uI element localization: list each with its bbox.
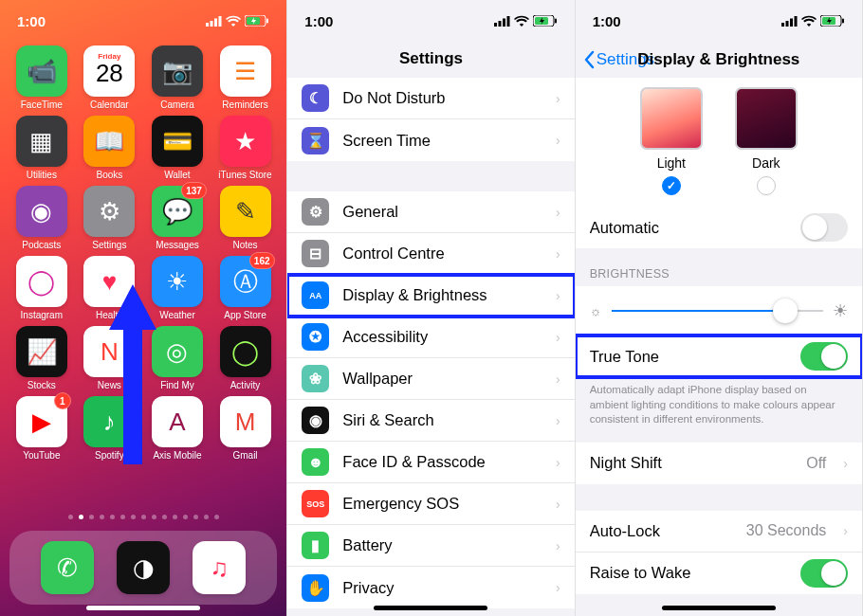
dock-app-music[interactable]: ♫	[193, 541, 246, 594]
app-stocks[interactable]: 📈Stocks	[9, 326, 74, 390]
settings-row-accessibility[interactable]: ✪Accessibility›	[287, 317, 574, 358]
app-label: Reminders	[222, 100, 267, 110]
app-camera[interactable]: 📷Camera	[145, 45, 210, 110]
app-axis-mobile[interactable]: AAxis Mobile	[145, 396, 210, 461]
row-night-shift[interactable]: Night ShiftOff›	[576, 443, 862, 484]
settings-row-screen-time[interactable]: ⌛Screen Time›	[287, 119, 574, 161]
app-news[interactable]: NNews	[78, 326, 142, 390]
app-podcasts[interactable]: ◉Podcasts	[9, 186, 74, 250]
theme-light[interactable]: Light	[640, 87, 703, 195]
page-dot[interactable]	[79, 515, 83, 519]
app-label: Stocks	[28, 380, 56, 390]
sun-low-icon: ☼	[590, 303, 602, 318]
radio-light[interactable]	[662, 176, 681, 195]
svg-rect-17	[794, 16, 797, 27]
app-weather[interactable]: ☀Weather	[145, 256, 210, 320]
app-find-my[interactable]: ◎Find My	[145, 326, 210, 390]
app-wallet[interactable]: 💳Wallet	[145, 116, 210, 180]
app-label: Calendar	[90, 100, 129, 110]
page-dot[interactable]	[162, 515, 167, 519]
settings-row-face-id-passcode[interactable]: ☻Face ID & Passcode›	[287, 442, 574, 483]
page-dot[interactable]	[141, 515, 146, 519]
toggle[interactable]	[800, 559, 848, 588]
app-activity[interactable]: ◯Activity	[213, 326, 278, 390]
app-reminders[interactable]: ☰Reminders	[213, 45, 278, 110]
theme-dark[interactable]: Dark	[735, 87, 798, 195]
row-label: Do Not Disturb	[342, 89, 542, 107]
app-utilities[interactable]: ▦Utilities	[9, 116, 74, 180]
slider-thumb[interactable]	[773, 299, 798, 323]
battery-icon	[245, 15, 269, 27]
settings-row-do-not-disturb[interactable]: ☾Do Not Disturb›	[287, 78, 574, 119]
app-itunes-store[interactable]: ★iTunes Store	[213, 116, 278, 180]
app-label: Activity	[230, 380, 261, 390]
page-dot[interactable]	[100, 515, 104, 519]
page-dot[interactable]	[214, 515, 219, 519]
svg-rect-7	[494, 23, 497, 27]
app-instagram[interactable]: ◯Instagram	[9, 256, 74, 320]
app-icon: ⚙	[83, 186, 135, 237]
settings-row-display-brightness[interactable]: AADisplay & Brightness›	[287, 275, 574, 317]
app-icon: 📷	[152, 45, 203, 97]
badge: 162	[249, 252, 275, 269]
dock-app-phone[interactable]: ✆	[41, 541, 94, 594]
app-facetime[interactable]: 📹FaceTime	[9, 45, 74, 110]
svg-rect-0	[206, 23, 209, 27]
app-icon: 💳	[152, 116, 203, 167]
true-tone-row[interactable]: True Tone	[576, 335, 862, 377]
dock-app-face-id[interactable]: ◑	[117, 541, 170, 594]
page-dot[interactable]	[110, 515, 115, 519]
back-button[interactable]: Settings	[583, 50, 654, 69]
settings-row-wallpaper[interactable]: ❀Wallpaper›	[287, 358, 574, 400]
app-app-store[interactable]: Ⓐ162App Store	[213, 256, 278, 320]
app-notes[interactable]: ✎Notes	[213, 186, 278, 250]
page-dot[interactable]	[68, 515, 73, 519]
row-label: True Tone	[590, 348, 787, 366]
home-indicator[interactable]	[374, 606, 487, 610]
true-tone-toggle[interactable]	[800, 342, 848, 371]
page-dot[interactable]	[120, 515, 125, 519]
app-messages[interactable]: 💬137Messages	[145, 186, 210, 250]
app-youtube[interactable]: ▶1YouTube	[9, 396, 74, 461]
automatic-row[interactable]: Automatic	[576, 207, 862, 248]
chevron-right-icon: ›	[843, 456, 848, 471]
auto-lock-group: Auto-Lock30 Seconds›Raise to Wake	[576, 511, 862, 594]
page-dots[interactable]	[0, 515, 286, 519]
radio-dark[interactable]	[757, 176, 776, 195]
settings-row-battery[interactable]: ▮Battery›	[287, 525, 574, 567]
page-dot[interactable]	[131, 515, 136, 519]
row-raise-to-wake[interactable]: Raise to Wake	[576, 553, 862, 594]
brightness-slider[interactable]	[612, 310, 823, 312]
app-label: Utilities	[27, 170, 57, 180]
page-dot[interactable]	[152, 515, 156, 519]
app-gmail[interactable]: MGmail	[213, 396, 278, 461]
page-dot[interactable]	[173, 515, 177, 519]
page-dot[interactable]	[204, 515, 209, 519]
nav-bar: Settings Display & Brightness	[576, 42, 862, 78]
chevron-right-icon: ›	[556, 538, 560, 553]
app-calendar[interactable]: Friday28Calendar	[78, 45, 142, 110]
home-indicator[interactable]	[86, 606, 200, 610]
app-spotify[interactable]: ♪Spotify	[78, 396, 142, 461]
app-icon: ◎	[152, 326, 203, 377]
settings-row-control-centre[interactable]: ⊟Control Centre›	[287, 233, 574, 275]
app-health[interactable]: ♥Health	[78, 256, 142, 320]
settings-row-general[interactable]: ⚙General›	[287, 191, 574, 233]
page-dot[interactable]	[183, 515, 188, 519]
settings-row-emergency-sos[interactable]: SOSEmergency SOS›	[287, 483, 574, 525]
status-bar: 1:00	[287, 0, 574, 42]
settings-row-privacy[interactable]: ✋Privacy›	[287, 567, 574, 608]
settings-row-siri-search[interactable]: ◉Siri & Search›	[287, 400, 574, 442]
home-indicator[interactable]	[662, 606, 776, 610]
brightness-slider-row[interactable]: ☼ ☀	[576, 286, 862, 335]
app-books[interactable]: 📖Books	[78, 116, 142, 180]
page-dot[interactable]	[193, 515, 198, 519]
row-auto-lock[interactable]: Auto-Lock30 Seconds›	[576, 511, 862, 553]
row-label: Display & Brightness	[342, 286, 542, 304]
app-settings[interactable]: ⚙Settings	[78, 186, 142, 250]
back-label: Settings	[597, 50, 654, 69]
chevron-right-icon: ›	[556, 133, 560, 148]
page-dot[interactable]	[89, 515, 94, 519]
automatic-toggle[interactable]	[800, 213, 848, 242]
app-grid: 📹FaceTimeFriday28Calendar📷Camera☰Reminde…	[0, 42, 286, 461]
